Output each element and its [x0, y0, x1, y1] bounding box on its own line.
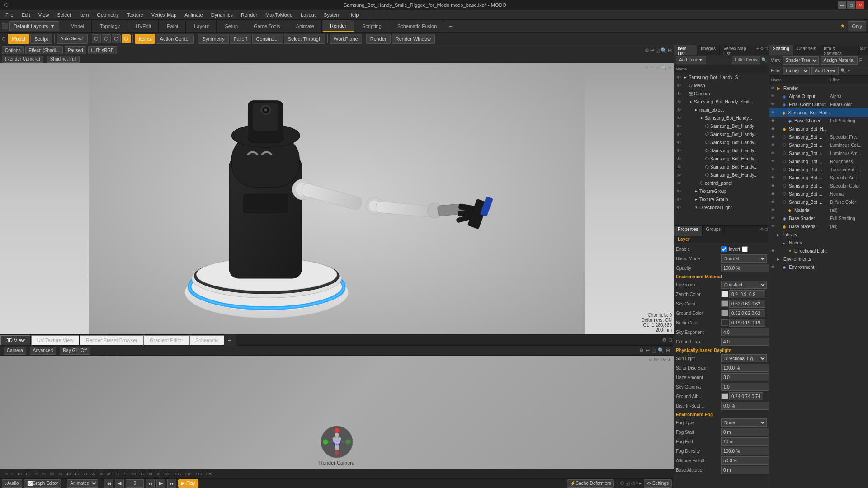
camera-mode-button[interactable]: Camera — [4, 347, 26, 355]
tab-uv-texture-view[interactable]: UV Texture View — [31, 335, 80, 346]
menu-edit[interactable]: Edit — [18, 11, 34, 19]
effect-shading-button[interactable]: Effect: (Shadi... — [25, 46, 62, 54]
shader-view-select[interactable]: Shader Tree — [783, 56, 819, 65]
camera-viewport[interactable]: Render Camera ⊗ No Rest — [0, 356, 674, 469]
falloff-button[interactable]: Falloff — [230, 34, 251, 44]
images-tab[interactable]: Images — [697, 45, 720, 55]
tab-topology[interactable]: Topology — [93, 20, 127, 32]
ray-gl-button[interactable]: Ray GL: Off — [60, 347, 90, 355]
list-item[interactable]: 👁 ▸ TextureGroup — [674, 187, 769, 195]
tab-gradient-editor[interactable]: Gradient Editor — [143, 335, 189, 346]
tab-scripting[interactable]: Scripting — [355, 20, 389, 32]
items-button[interactable]: Items — [135, 34, 155, 44]
menu-help[interactable]: Help — [345, 11, 363, 19]
audio-button[interactable]: ♪ Audio — [2, 479, 22, 488]
ground-color-input[interactable] — [729, 309, 765, 317]
shader-row-specular-am[interactable]: 👁 ⬡ Samsung_Bot ... Specular Am... — [769, 174, 868, 182]
ground-color-swatch[interactable] — [721, 310, 728, 316]
menu-render[interactable]: Render — [237, 11, 261, 19]
shader-row-luminous-am[interactable]: 👁 ⬡ Samsung_Bot ... Luminous Am... — [769, 149, 868, 157]
play-pause-button[interactable]: ⏯ — [146, 479, 155, 488]
list-item[interactable]: 👁 📷 Camera — [674, 89, 769, 98]
menu-vertex-map[interactable]: Vertex Map — [148, 11, 180, 19]
tool-icon-3[interactable]: ⬡ — [112, 34, 121, 43]
fog-type-select[interactable]: None — [721, 418, 767, 427]
list-item[interactable]: 👁 ⬡ control_panel — [674, 179, 769, 187]
add-layer-button[interactable]: Add Layer — [811, 67, 839, 75]
shader-row-transparent[interactable]: 👁 ⬡ Samsung_Bot ... Transparent ... — [769, 165, 868, 174]
list-item[interactable]: 👁 ▸ main_object — [674, 106, 769, 114]
bottom-tab-add[interactable]: + — [224, 334, 235, 346]
menu-geometry[interactable]: Geometry — [93, 11, 122, 19]
solar-disc-input[interactable] — [721, 364, 769, 372]
paused-button[interactable]: Paused — [65, 46, 86, 54]
symmetry-button[interactable]: Symmetry — [198, 34, 229, 44]
shader-row-samsung-mat[interactable]: 👁 ◆ Samsung_Bot_Han... — [769, 108, 868, 117]
shader-row-specular-color[interactable]: 👁 ⬡ Samsung_Bot ... Specular Color — [769, 182, 868, 190]
fog-end-input[interactable] — [721, 437, 769, 446]
menu-maxto[interactable]: MaxToModo — [262, 11, 296, 19]
list-item[interactable]: 👁 ⬡ Mesh — [674, 81, 769, 89]
list-item[interactable]: 👁 ▸ Samsung_Bot_Handy_Smil... — [674, 98, 769, 106]
frame-field[interactable] — [126, 479, 144, 488]
select-through-button[interactable]: Select Through — [284, 34, 326, 44]
first-frame-button[interactable]: ⏮ — [104, 479, 113, 488]
blend-mode-select[interactable]: Normal — [721, 254, 767, 263]
maximize-button[interactable]: □ — [847, 1, 855, 9]
viewport-body[interactable]: Channels: 0 Deformers: ON GL: 1,280,860 … — [0, 63, 674, 334]
menu-dynamics[interactable]: Dynamics — [208, 11, 236, 19]
tab-layout[interactable]: Layout — [187, 20, 217, 32]
shader-row-base-mat[interactable]: 👁 ◆ Base Material (all) — [769, 222, 868, 230]
list-item[interactable]: 👁 ⬡ Samsung_Bot_Handy... — [674, 146, 769, 155]
menu-system[interactable]: System — [320, 11, 344, 19]
nadir-color-swatch[interactable] — [721, 319, 728, 326]
tab-uvedit[interactable]: UVEdit — [128, 20, 159, 32]
tab-animate[interactable]: Animate — [289, 20, 322, 32]
render-button[interactable]: Render — [366, 34, 391, 44]
render-window-button[interactable]: Render Window — [392, 34, 435, 44]
altitude-falloff-input[interactable] — [721, 456, 769, 465]
shader-row-diffuse-color[interactable]: 👁 ⬡ Samsung_Bot ... Diffuse Color — [769, 198, 868, 206]
opacity-input[interactable] — [721, 264, 769, 272]
list-item[interactable]: 👁 ⬡ Samsung_Bot_Handy... — [674, 130, 769, 138]
tab-add-button[interactable]: + — [445, 20, 456, 32]
mode-model-button[interactable]: Model — [8, 34, 29, 44]
zenith-color-swatch[interactable] — [721, 291, 728, 297]
haze-input[interactable] — [721, 373, 769, 381]
graph-editor-button[interactable]: 📈 Graph Editor — [24, 479, 61, 488]
shader-row-luminous-col[interactable]: 👁 ⬡ Samsung_Bot ... Luminous Col... — [769, 141, 868, 149]
tab-model[interactable]: Model — [63, 20, 92, 32]
tool-icon-1[interactable]: ⬡ — [92, 34, 101, 43]
list-item[interactable]: 👁 ⬡ Samsung_Bot_Handy — [674, 122, 769, 130]
sky-gamma-input[interactable] — [721, 383, 769, 391]
sky-color-input[interactable] — [729, 300, 765, 308]
base-altitude-input[interactable] — [721, 466, 769, 474]
shader-row-base-shader2[interactable]: 👁 ◈ Base Shader Full Shading — [769, 214, 868, 222]
shader-row-nodes[interactable]: ▸ Nodes — [769, 239, 868, 247]
tab-schematic[interactable]: Schematic — [189, 335, 224, 346]
advanced-button[interactable]: Advanced — [30, 347, 56, 355]
list-item[interactable]: 👁 ▸ Texture Group — [674, 195, 769, 203]
filter-select[interactable]: (none) — [783, 67, 810, 75]
add-item-button[interactable]: Add Item ▼ — [676, 56, 706, 64]
viewport-options-button[interactable]: Options — [2, 46, 24, 54]
ground-alb-input[interactable] — [729, 392, 763, 400]
constrain-button[interactable]: Constrai... — [252, 34, 283, 44]
settings-button[interactable]: ⚙ Settings — [644, 479, 672, 488]
close-button[interactable]: ✕ — [856, 1, 864, 9]
shading-full-button[interactable]: Shading: Full — [47, 56, 80, 63]
last-frame-button[interactable]: ⏭ — [167, 479, 176, 488]
list-item[interactable]: 👁 ⬡ Samsung_Bot_Handy... — [674, 138, 769, 146]
ground-exp-input[interactable] — [721, 338, 769, 346]
tab-render-preset-browser[interactable]: Render Preset Browser — [80, 335, 143, 346]
default-layouts-button[interactable]: Default Layouts ▼ — [9, 21, 59, 31]
mode-sculpt-button[interactable]: Sculpt — [30, 34, 52, 44]
properties-tab[interactable]: Properties — [674, 226, 703, 236]
shader-row-dir-light[interactable]: 👁 ☀ Directional Light — [769, 247, 868, 255]
shader-row-material-all[interactable]: 👁 ◆ Material (all) — [769, 206, 868, 214]
list-item[interactable]: 👁 ⬡ Samsung_Bot_Handy... — [674, 163, 769, 171]
ground-alb-swatch[interactable] — [721, 393, 728, 399]
shader-row-samsung-h[interactable]: 👁 ◆ Samsung_Bot_H... — [769, 125, 868, 133]
shader-row-final-color[interactable]: 👁 ◈ Final Color Output Final Color — [769, 100, 868, 108]
filter-items-button[interactable]: Filter Items — [732, 56, 760, 64]
